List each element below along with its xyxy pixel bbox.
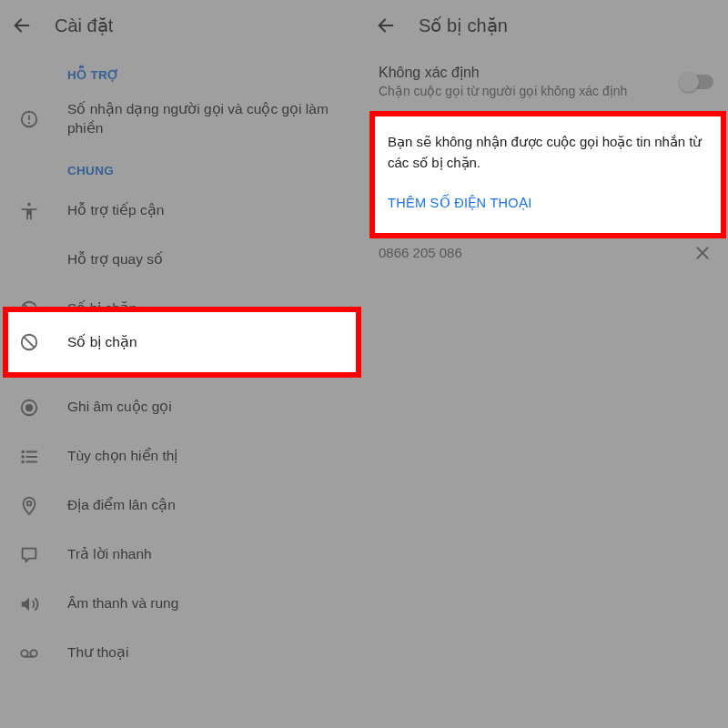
row-accessibility[interactable]: Hỗ trợ tiếp cận — [0, 187, 364, 236]
row-quick-reply-label: Trả lời nhanh — [67, 545, 349, 564]
row-call-recording-label: Ghi âm cuộc gọi — [67, 398, 349, 417]
svg-point-4 — [27, 203, 31, 207]
row-call-recording[interactable]: Ghi âm cuộc gọi — [0, 383, 364, 432]
back-arrow-icon[interactable] — [375, 15, 397, 36]
svg-point-18 — [30, 650, 36, 656]
svg-marker-16 — [22, 598, 29, 612]
row-sound-vibration-label: Âm thanh và rung — [67, 594, 349, 613]
unknown-callers-row: Không xác định Chặn cuộc gọi từ người gọ… — [364, 51, 728, 112]
voicemail-icon — [18, 642, 40, 664]
blocked-number-value: 0866 205 086 — [379, 245, 692, 260]
section-general-label: CHUNG — [0, 147, 364, 187]
page-title: Cài đặt — [55, 15, 113, 36]
row-caller-id-label: Số nhận dạng người gọi và cuộc gọi làm p… — [67, 100, 349, 138]
row-display-options-label: Tùy chọn hiển thị — [67, 447, 349, 466]
location-icon — [18, 495, 40, 517]
record-icon — [18, 397, 40, 419]
row-quick-reply[interactable]: Trả lời nhanh — [0, 531, 364, 580]
info-icon — [18, 108, 40, 130]
svg-point-15 — [27, 501, 32, 506]
row-nearby-places[interactable]: Địa điểm lân cận — [0, 481, 364, 531]
row-sound-vibration[interactable]: Âm thanh và rung — [0, 580, 364, 629]
list-icon — [18, 446, 40, 468]
page-title: Số bị chặn — [419, 15, 508, 36]
highlight-add-number-button[interactable]: THÊM SỐ ĐIỆN THOẠI — [388, 196, 708, 210]
volume-icon — [18, 593, 40, 615]
row-voicemail-label: Thư thoại — [67, 643, 349, 662]
accessibility-icon — [18, 200, 40, 222]
chat-icon — [18, 544, 40, 566]
svg-point-12 — [22, 450, 24, 452]
row-display-options[interactable]: Tùy chọn hiển thị — [0, 432, 364, 481]
svg-point-8 — [26, 405, 32, 410]
row-accessibility-label: Hỗ trợ tiếp cận — [67, 201, 349, 220]
highlight-info-card: Bạn sẽ không nhận được cuộc gọi hoặc tin… — [375, 116, 721, 233]
row-dial-assist[interactable]: Hỗ trợ quay số — [0, 236, 364, 285]
row-dial-assist-label: Hỗ trợ quay số — [67, 250, 349, 269]
highlight-info-text: Bạn sẽ không nhận được cuộc gọi hoặc tin… — [388, 131, 708, 174]
row-nearby-places-label: Địa điểm lân cận — [67, 496, 349, 515]
svg-point-17 — [21, 650, 27, 656]
blocked-numbers-screen: Số bị chặn Không xác định Chặn cuộc gọi … — [364, 0, 728, 728]
back-arrow-icon[interactable] — [11, 15, 33, 36]
header: Số bị chặn — [364, 0, 728, 51]
remove-number-icon[interactable] — [692, 242, 713, 264]
highlight-blocked-row[interactable]: Số bị chặn — [8, 312, 356, 372]
svg-point-14 — [22, 460, 24, 462]
svg-line-21 — [24, 337, 35, 348]
blocked-icon — [18, 331, 40, 353]
blocked-number-row: 0866 205 086 — [364, 226, 728, 280]
row-caller-id[interactable]: Số nhận dạng người gọi và cuộc gọi làm p… — [0, 91, 364, 147]
unknown-toggle[interactable] — [681, 75, 713, 89]
section-support-label: HỖ TRỢ — [0, 51, 364, 91]
unknown-title: Không xác định — [379, 64, 670, 81]
header: Cài đặt — [0, 0, 364, 51]
unknown-subtitle: Chặn cuộc gọi từ người gọi không xác địn… — [379, 83, 670, 99]
row-voicemail[interactable]: Thư thoại — [0, 629, 364, 678]
highlight-blocked-label: Số bị chặn — [67, 333, 341, 352]
svg-point-3 — [28, 122, 30, 124]
svg-point-13 — [22, 456, 24, 458]
